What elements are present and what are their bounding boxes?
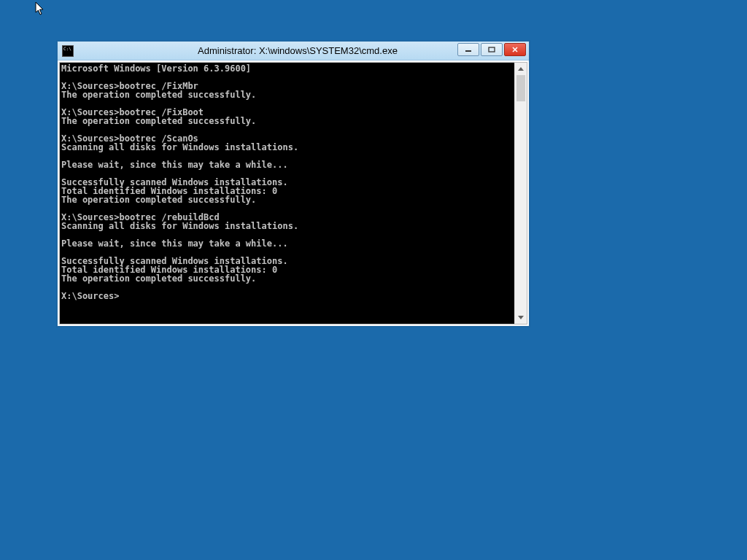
- minimize-button[interactable]: [457, 43, 479, 56]
- mouse-cursor: [35, 1, 45, 16]
- titlebar[interactable]: Administrator: X:\windows\SYSTEM32\cmd.e…: [58, 42, 529, 61]
- cmd-window: Administrator: X:\windows\SYSTEM32\cmd.e…: [57, 41, 530, 327]
- scroll-down-button[interactable]: [515, 311, 527, 324]
- close-button[interactable]: [504, 43, 526, 56]
- maximize-button[interactable]: [481, 43, 503, 56]
- window-controls: [457, 43, 526, 56]
- scroll-track[interactable]: [515, 75, 527, 311]
- vertical-scrollbar[interactable]: [514, 63, 527, 324]
- client-area: Microsoft Windows [Version 6.3.9600] X:\…: [58, 61, 529, 326]
- svg-rect-1: [489, 47, 495, 52]
- scroll-thumb[interactable]: [516, 75, 525, 101]
- terminal-wrap: Microsoft Windows [Version 6.3.9600] X:\…: [59, 62, 527, 324]
- cmd-icon: [62, 45, 74, 57]
- scroll-up-button[interactable]: [515, 63, 527, 75]
- svg-rect-0: [465, 50, 471, 52]
- terminal-output[interactable]: Microsoft Windows [Version 6.3.9600] X:\…: [60, 63, 514, 324]
